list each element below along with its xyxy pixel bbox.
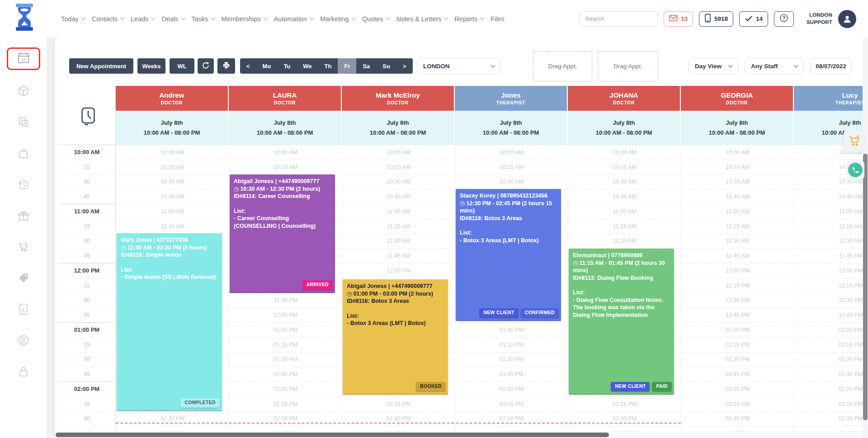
nav-item-quotes[interactable]: Quotes (362, 15, 390, 23)
day-cell-su[interactable]: Su (376, 58, 396, 74)
time-slot[interactable]: 01:45 PM (229, 367, 342, 381)
sidebar-item-bag[interactable] (11, 145, 36, 164)
horizontal-scrollbar-thumb[interactable] (56, 433, 609, 437)
sidebar-item-cart[interactable] (11, 238, 36, 257)
time-slot[interactable]: 11:00 AM (568, 204, 681, 219)
appointment-block[interactable]: Abigail Joness | +447490009777◷ 10:30 AM… (230, 174, 335, 293)
time-slot[interactable]: 02:30 PM (455, 411, 568, 426)
time-slot[interactable]: 12:30 PM (229, 293, 342, 308)
day-cell-tu[interactable]: Tu (277, 58, 297, 74)
time-slot[interactable]: 01:15 PM (229, 337, 342, 352)
time-slot[interactable]: 01:00 PM (681, 322, 794, 337)
time-slot[interactable]: 02:00 PM (681, 381, 794, 396)
day-cell-we[interactable]: We (297, 58, 318, 74)
view-select[interactable]: Day View (689, 58, 738, 74)
staff-column-header[interactable]: JonesTHERAPIST (455, 86, 568, 111)
time-slot[interactable]: 10:00 AM (342, 145, 455, 160)
nav-item-today[interactable]: Today (61, 15, 85, 23)
waiting-list-button[interactable]: WL (170, 58, 194, 74)
time-slot[interactable]: 12:45 PM (794, 307, 868, 322)
time-slot[interactable]: 11:15 AM (342, 219, 455, 234)
time-slot[interactable]: 01:00 PM (229, 322, 342, 337)
time-slot[interactable]: 11:15 AM (568, 219, 681, 234)
time-slot[interactable]: 10:00 AM (455, 145, 568, 160)
time-slot[interactable]: 02:30 PM (681, 411, 794, 426)
nav-item-notes-letters[interactable]: Notes & Letters (396, 15, 448, 23)
day-cell-mo[interactable]: Mo (256, 58, 278, 74)
time-slot[interactable]: 11:45 AM (342, 248, 455, 263)
time-slot[interactable]: 10:15 AM (229, 160, 342, 174)
weeks-button[interactable]: Weeks (137, 58, 165, 74)
print-button[interactable] (217, 58, 235, 74)
time-slot[interactable]: 11:15 AM (794, 219, 868, 234)
time-slot[interactable]: 12:00 PM (794, 263, 868, 278)
phone-badge[interactable]: 5918 (699, 11, 733, 27)
time-slot[interactable]: 02:00 PM (794, 381, 868, 396)
time-slot[interactable]: 10:30 AM (455, 174, 568, 189)
time-slot[interactable]: 10:00 AM (229, 145, 342, 160)
sidebar-item-report[interactable] (11, 301, 36, 320)
nav-item-deals[interactable]: Deals (161, 15, 184, 23)
day-cell-sa[interactable]: Sa (356, 58, 376, 74)
time-slot[interactable]: 02:15 PM (681, 396, 794, 411)
time-slot[interactable]: 10:15 AM (568, 160, 681, 174)
time-slot[interactable]: 02:30 PM (568, 411, 681, 426)
sidebar-item-gift[interactable] (11, 207, 36, 226)
time-slot[interactable]: 12:45 PM (229, 307, 342, 322)
time-slot[interactable]: 10:15 AM (116, 160, 229, 174)
time-slot[interactable]: 10:45 AM (794, 189, 868, 204)
day-cell-fr[interactable]: Fr (338, 58, 356, 74)
time-slot[interactable]: 10:15 AM (681, 160, 794, 174)
time-slot[interactable]: 10:45 AM (568, 189, 681, 204)
staff-column-header[interactable]: LAURADOCTOR (229, 86, 342, 111)
time-slot[interactable]: 10:45 AM (116, 189, 229, 204)
time-slot[interactable]: 10:45 AM (342, 189, 455, 204)
messages-badge[interactable]: 13 (664, 11, 693, 27)
time-slot[interactable]: 10:00 AM (568, 145, 681, 160)
tasks-badge[interactable]: 14 (739, 11, 768, 27)
time-slot[interactable]: 12:45 PM (681, 307, 794, 322)
time-slot[interactable]: 10:15 AM (455, 160, 568, 174)
appointment-block[interactable]: Stacey Korey | 067895432123456◷ 12:30 PM… (456, 189, 561, 321)
staff-column-header[interactable]: LucyTHERAPIST (794, 86, 868, 111)
nav-item-automation[interactable]: Automation (274, 15, 313, 23)
time-slot[interactable]: 01:45 PM (455, 367, 568, 381)
time-slot[interactable]: 11:15 AM (681, 219, 794, 234)
appointment-block[interactable]: Mark Jones | 6373377336◷ 11:30 AM - 02:3… (117, 233, 222, 411)
time-slot[interactable]: 02:15 PM (229, 396, 342, 411)
time-slot[interactable]: 02:30 PM (794, 411, 868, 426)
quick-call-button[interactable] (846, 161, 864, 179)
time-slot[interactable]: 10:00 AM (681, 145, 794, 160)
nav-item-files[interactable]: Files (491, 15, 505, 23)
nav-item-leads[interactable]: Leads (131, 15, 155, 23)
time-slot[interactable]: 12:30 PM (794, 293, 868, 308)
vertical-scrollbar-thumb[interactable] (863, 154, 868, 420)
sidebar-item-lock[interactable] (11, 363, 36, 382)
time-slot[interactable]: 01:30 PM (455, 352, 568, 367)
app-logo[interactable] (14, 3, 35, 31)
time-slot[interactable]: 12:00 PM (342, 263, 455, 278)
time-slot[interactable]: 02:30 PM (116, 411, 229, 426)
time-slot[interactable]: 10:45 AM (681, 189, 794, 204)
time-slot[interactable]: 01:15 PM (794, 337, 868, 352)
staff-filter-select[interactable]: Any Staff (745, 58, 804, 74)
nav-item-memberships[interactable]: Memberships (222, 15, 267, 23)
new-appointment-button[interactable]: New Appointment (69, 58, 133, 74)
prev-day-button[interactable]: < (240, 58, 256, 74)
time-slot[interactable]: 02:00 PM (229, 381, 342, 396)
time-slot[interactable]: 12:15 PM (681, 278, 794, 293)
time-slot[interactable]: 02:30 PM (342, 411, 455, 426)
day-cell-th[interactable]: Th (318, 58, 338, 74)
time-slot[interactable]: 01:00 PM (455, 322, 568, 337)
drag-appointment-slot-1[interactable]: Drag Appt. (533, 51, 592, 81)
location-select[interactable]: LONDON (417, 58, 501, 74)
sidebar-item-tag[interactable] (11, 269, 36, 288)
time-slot[interactable]: 11:00 AM (681, 204, 794, 219)
appointment-block[interactable]: Abigail Joness | +447490009777◷ 01:00 PM… (343, 279, 448, 395)
nav-item-marketing[interactable]: Marketing (320, 15, 355, 23)
time-slot[interactable]: 10:30 AM (342, 174, 455, 189)
time-slot[interactable]: 01:45 PM (681, 367, 794, 381)
time-slot[interactable]: 02:15 PM (342, 396, 455, 411)
time-slot[interactable]: 11:45 AM (681, 248, 794, 263)
time-slot[interactable]: 10:30 AM (681, 174, 794, 189)
